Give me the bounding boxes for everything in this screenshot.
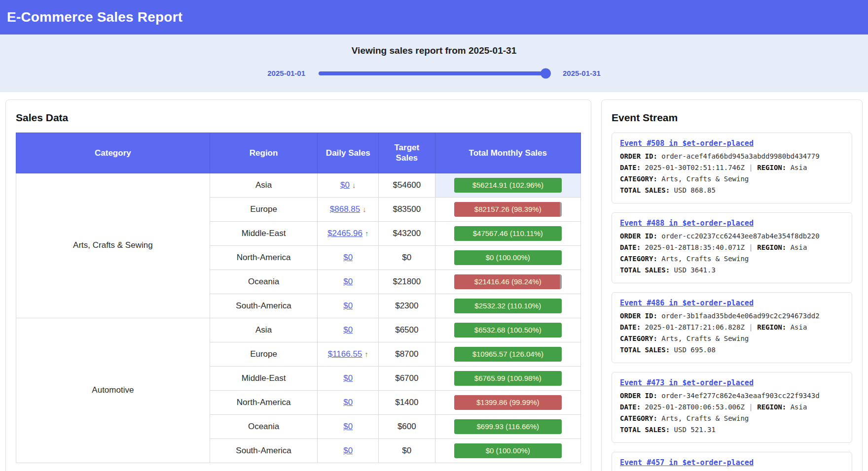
event-title: Event #488 in $et-order-placed (620, 219, 844, 228)
main-content: Sales Data Category Region Daily Sales T… (0, 92, 868, 471)
sales-table-header: Category Region Daily Sales Target Sales… (16, 133, 581, 173)
event-link[interactable]: Event #488 in $et-order-placed (620, 219, 754, 228)
slider-row: 2025-01-01 2025-01-31 (0, 69, 868, 77)
daily-sales-link[interactable]: $1166.55 (328, 349, 362, 359)
target-sales-cell: $54600 (379, 173, 435, 197)
event-link[interactable]: Event #508 in $et-order-placed (620, 139, 754, 148)
event-category-line: CATEGORY: Arts, Crafts & Sewing (620, 253, 844, 265)
event-title: Event #457 in $et-order-placed (620, 458, 844, 467)
region-cell: Europe (210, 197, 318, 221)
total-monthly-sales-cell: $56214.91 (102.96%) (435, 173, 580, 197)
total-monthly-sales-cell: $0 (100.00%) (435, 245, 580, 269)
monthly-sales-value: $6765.99 (100.98%) (454, 371, 562, 386)
target-sales-cell: $6500 (379, 318, 435, 342)
daily-sales-link[interactable]: $0 (343, 325, 353, 335)
daily-sales-cell: $0 (318, 438, 379, 463)
total-monthly-sales-cell: $699.93 (116.66%) (435, 414, 580, 438)
event-card: Event #473 in $et-order-placed ORDER ID:… (612, 372, 852, 443)
monthly-sales-value: $699.93 (116.66%) (454, 419, 562, 434)
monthly-sales-progress-bar: $10965.57 (126.04%) (454, 347, 562, 362)
total-monthly-sales-cell: $2532.32 (110.10%) (435, 294, 580, 318)
daily-sales-cell: $0 (318, 294, 379, 318)
monthly-sales-progress-bar: $2532.32 (110.10%) (454, 299, 562, 313)
date-slider[interactable] (319, 71, 549, 75)
sales-table-body: Arts, Crafts & Sewing Asia $0↓ $54600 $5… (16, 173, 581, 463)
daily-sales-link[interactable]: $0 (343, 373, 353, 383)
monthly-sales-progress-bar: $47567.46 (110.11%) (454, 226, 562, 241)
daily-sales-link[interactable]: $0 (343, 422, 353, 431)
event-order-id-line: ORDER ID: order-acef4fa66bd945a3abdd9980… (620, 151, 844, 162)
event-title: Event #486 in $et-order-placed (620, 299, 844, 307)
total-monthly-sales-cell: $10965.57 (126.04%) (435, 342, 580, 366)
monthly-sales-progress-bar: $6532.68 (100.50%) (454, 323, 562, 337)
sales-table: Category Region Daily Sales Target Sales… (16, 133, 581, 463)
daily-sales-link[interactable]: $0 (343, 301, 353, 310)
daily-sales-cell: $0↓ (318, 173, 379, 197)
total-monthly-sales-cell: $82157.26 (98.39%) (435, 197, 580, 221)
monthly-sales-progress-bar: $21416.46 (98.24%) (454, 274, 562, 289)
event-title: Event #473 in $et-order-placed (620, 378, 844, 387)
monthly-sales-value: $2532.32 (110.10%) (454, 299, 562, 313)
event-link[interactable]: Event #486 in $et-order-placed (620, 299, 754, 307)
app-header: E-Commerce Sales Report (0, 0, 868, 34)
page-title: E-Commerce Sales Report (7, 9, 182, 25)
col-header-category: Category (16, 133, 210, 173)
event-link[interactable]: Event #473 in $et-order-placed (620, 378, 754, 387)
total-monthly-sales-cell: $1399.86 (99.99%) (435, 390, 580, 414)
target-sales-cell: $1400 (379, 390, 435, 414)
event-card: Event #457 in $et-order-placed ORDER ID:… (612, 452, 852, 471)
target-sales-cell: $43200 (379, 221, 435, 245)
region-cell: Oceania (210, 269, 318, 294)
monthly-sales-value: $0 (100.00%) (454, 443, 562, 458)
monthly-sales-value: $6532.68 (100.50%) (454, 323, 562, 337)
event-link[interactable]: Event #457 in $et-order-placed (620, 458, 754, 467)
table-row: Arts, Crafts & Sewing Asia $0↓ $54600 $5… (16, 173, 581, 197)
daily-sales-cell: $0 (318, 390, 379, 414)
monthly-sales-progress-bar: $82157.26 (98.39%) (454, 202, 562, 217)
col-header-daily-sales: Daily Sales (318, 133, 379, 173)
target-sales-cell: $0 (379, 245, 435, 269)
event-total-sales-line: TOTAL SALES: USD 521.31 (620, 424, 844, 436)
total-monthly-sales-cell: $0 (100.00%) (435, 438, 580, 463)
event-list: Event #508 in $et-order-placed ORDER ID:… (612, 133, 852, 471)
target-sales-cell: $21800 (379, 269, 435, 294)
daily-sales-link[interactable]: $868.85 (330, 204, 360, 214)
region-cell: Asia (210, 173, 318, 197)
event-card: Event #508 in $et-order-placed ORDER ID:… (612, 133, 852, 203)
event-category-line: CATEGORY: Arts, Crafts & Sewing (620, 413, 844, 424)
event-stream-heading: Event Stream (612, 112, 852, 124)
event-order-id-line: ORDER ID: order-34ef277c862e4a3eaaf903cc… (620, 390, 844, 402)
region-cell: South-America (210, 294, 318, 318)
monthly-sales-value: $47567.46 (110.11%) (454, 226, 562, 241)
total-monthly-sales-cell: $47567.46 (110.11%) (435, 221, 580, 245)
monthly-sales-progress-bar: $1399.86 (99.99%) (454, 395, 562, 410)
daily-sales-cell: $0 (318, 414, 379, 438)
event-category-line: CATEGORY: Arts, Crafts & Sewing (620, 333, 844, 344)
table-row: Automotive Asia $0 $6500 $6532.68 (100.5… (16, 318, 581, 342)
daily-sales-link[interactable]: $0 (340, 180, 350, 190)
monthly-sales-progress-bar: $0 (100.00%) (454, 250, 562, 265)
daily-sales-link[interactable]: $0 (343, 446, 353, 455)
monthly-sales-value: $21416.46 (98.24%) (454, 274, 562, 289)
daily-sales-link[interactable]: $0 (343, 277, 353, 286)
col-header-target-sales: Target Sales (379, 133, 435, 173)
event-stream-panel: Event Stream Event #508 in $et-order-pla… (601, 100, 863, 471)
daily-sales-link[interactable]: $0 (343, 398, 353, 407)
region-cell: North-America (210, 390, 318, 414)
monthly-sales-value: $0 (100.00%) (454, 250, 562, 265)
slider-thumb[interactable] (541, 68, 551, 78)
event-total-sales-line: TOTAL SALES: USD 3641.3 (620, 265, 844, 276)
region-cell: Oceania (210, 414, 318, 438)
total-monthly-sales-cell: $6765.99 (100.98%) (435, 366, 580, 390)
region-cell: South-America (210, 438, 318, 463)
event-order-id-line: ORDER ID: order-3b1faad35bde4e06ad99c2c2… (620, 310, 844, 322)
monthly-sales-progress-bar: $56214.91 (102.96%) (454, 178, 562, 193)
slider-max-label: 2025-01-31 (563, 69, 601, 77)
region-cell: Europe (210, 342, 318, 366)
daily-sales-link[interactable]: $0 (343, 253, 353, 262)
daily-sales-link[interactable]: $2465.96 (327, 229, 362, 238)
daily-sales-cell: $0 (318, 366, 379, 390)
monthly-sales-progress-bar: $699.93 (116.66%) (454, 419, 562, 434)
region-cell: North-America (210, 245, 318, 269)
monthly-sales-progress-bar: $0 (100.00%) (454, 443, 562, 458)
